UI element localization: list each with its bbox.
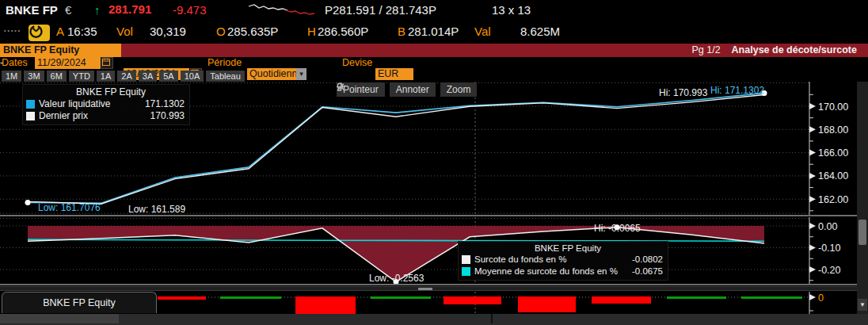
- security-tab[interactable]: BNKE FP Equity: [0, 44, 121, 57]
- panel-divider-1[interactable]: [0, 215, 857, 216]
- volume-value: 30,319: [150, 25, 186, 38]
- svg-text:-0.20: -0.20: [818, 265, 841, 276]
- flow-bar-red: [518, 296, 576, 312]
- range-button-1a[interactable]: 1A: [97, 71, 115, 82]
- range-button-1m[interactable]: 1M: [2, 71, 21, 82]
- vol-label: Vol: [116, 25, 133, 38]
- svg-text:162.00: 162.00: [818, 194, 848, 205]
- nav-series-label: Valeur liquidative: [39, 98, 111, 110]
- devise-input[interactable]: EUR: [375, 68, 413, 80]
- vertical-scrollbar[interactable]: ▼: [857, 82, 868, 314]
- svg-text:168.00: 168.00: [818, 124, 848, 136]
- legend-title: BNKE FP Equity: [26, 86, 185, 98]
- hi-annotation-premium: Hi: -0.0065: [594, 223, 641, 234]
- low-annotation-last: Low: 161.589: [128, 204, 185, 215]
- vertical-scrollbar-handle[interactable]: [858, 220, 866, 245]
- open-value: 285.635P: [227, 25, 278, 38]
- session-label: A: [56, 25, 64, 38]
- last-swatch-icon: [26, 112, 35, 120]
- flow-bar-red: [592, 296, 651, 304]
- nav-swatch-icon: [26, 100, 35, 109]
- svg-text:-0.10: -0.10: [818, 243, 841, 254]
- market-clock-icon[interactable]: [29, 25, 50, 41]
- price-change: -9.473: [173, 3, 207, 17]
- bid-label: B: [398, 25, 405, 38]
- hi-annotation-nav: Hi: 171.1302: [710, 85, 764, 96]
- session-time: 16:35: [67, 25, 97, 38]
- range-button-row: 1M3M6MYTD1A2A3A5A10ATableau: [2, 71, 245, 82]
- zoom-button-label: Zoom: [447, 84, 471, 95]
- horizontal-scrollbar[interactable]: [0, 286, 857, 291]
- range-button-3m[interactable]: 3M: [24, 71, 44, 82]
- traded-value: 8.625M: [520, 25, 560, 38]
- pointer-button-label: Pointeur: [343, 84, 379, 95]
- svg-text:166.00: 166.00: [818, 147, 848, 159]
- status-bar-left-segment: [0, 314, 119, 323]
- mean-swatch-icon: [462, 267, 470, 276]
- up-arrow-icon: ↑: [94, 3, 101, 17]
- period-dropdown-arrow-icon[interactable]: ▾: [296, 68, 306, 80]
- currency-symbol: €: [65, 3, 71, 17]
- legend-row-last: Dernier prix 170.993: [26, 110, 185, 122]
- range-button-3a[interactable]: 3A: [139, 71, 157, 82]
- premium-series-value: -0.0802: [624, 254, 663, 266]
- range-button-tableau[interactable]: Tableau: [206, 71, 245, 82]
- panel-divider-2[interactable]: [0, 284, 857, 285]
- ticker-symbol: BNKE FP: [6, 3, 58, 17]
- premium-series-label: Surcote du fonds en %: [474, 254, 566, 266]
- flow-bar-green: [371, 296, 431, 299]
- ticker-row: BNKE FP € ↑ 281.791 -9.473 P281.591 / 28…: [0, 3, 868, 22]
- horizontal-scrollbar-handle[interactable]: [418, 288, 432, 290]
- intraday-sparkline-icon: [248, 3, 319, 16]
- price-chart-panel: 170.00168.00166.00164.00162.00 Pointeur …: [0, 82, 868, 215]
- last-series-label: Dernier prix: [39, 110, 88, 122]
- flow-bar-red: [444, 296, 501, 304]
- last-price: 281.791: [108, 2, 151, 16]
- bottom-security-tab[interactable]: BNKE FP Equity: [2, 292, 157, 313]
- mean-series-label: Moyenne de surcote du fonds en %: [474, 266, 618, 277]
- premium-chart-legend: BNKE FP Equity Surcote du fonds en % -0.…: [458, 241, 668, 281]
- annotate-button[interactable]: Annoter: [390, 82, 436, 97]
- mean-series-value: -0.0675: [624, 266, 663, 277]
- flow-bar-green: [741, 296, 802, 299]
- low-annotation-premium: Low: -0.2563: [369, 273, 424, 284]
- function-title-bar: BNKE FP Equity Pg 1/2 Analyse de décote/…: [0, 44, 868, 57]
- status-bar: [0, 314, 868, 325]
- legend-title: BNKE FP Equity: [462, 243, 663, 253]
- date-start-input[interactable]: 11/29/2024: [35, 57, 101, 69]
- svg-text:0.00: 0.00: [818, 221, 837, 232]
- premium-swatch-icon: [462, 255, 470, 264]
- flow-bar-red: [158, 296, 206, 300]
- controls-row: Dates 11/29/2024 - 12/13/2024 Période Qu…: [0, 57, 868, 71]
- high-label: H: [307, 25, 316, 38]
- legend-row-nav: Valeur liquidative 171.1302: [26, 98, 185, 110]
- open-label: O: [216, 25, 226, 38]
- chart-toolbar: Pointeur Annoter Zoom: [337, 82, 477, 97]
- bloomberg-terminal-screen: BNKE FP € ↑ 281.791 -9.473 P281.591 / 28…: [0, 0, 868, 325]
- scroll-down-arrow-icon[interactable]: ▼: [858, 299, 867, 311]
- range-button-2a[interactable]: 2A: [117, 71, 135, 82]
- devise-label: Devise: [342, 57, 372, 68]
- page-indicator[interactable]: Pg 1/2: [691, 44, 720, 55]
- flow-bar-green: [667, 296, 726, 299]
- zoom-magnifier-icon: [337, 82, 345, 91]
- status-bar-divider: [491, 314, 493, 323]
- calendar-start-icon[interactable]: [101, 57, 113, 69]
- svg-text:170.00: 170.00: [818, 101, 848, 113]
- range-button-6m[interactable]: 6M: [47, 71, 67, 82]
- flow-bar-red: [295, 296, 356, 314]
- range-button-10a[interactable]: 10A: [181, 71, 204, 82]
- zoom-button[interactable]: Zoom: [440, 82, 478, 97]
- drag-dots-icon: •••••: [4, 28, 21, 33]
- range-button-5a[interactable]: 5A: [159, 71, 177, 82]
- low-annotation-nav: Low: 161.7076: [38, 202, 101, 213]
- bid-value: 281.014P: [408, 25, 459, 38]
- hi-annotation-last: Hi: 170.993: [659, 87, 707, 98]
- price-chart-legend: BNKE FP Equity Valeur liquidative 171.13…: [22, 84, 190, 125]
- premium-chart-panel: 0.00-0.10-0.20 BNKE FP Equity Surcote du…: [0, 217, 868, 284]
- period-select[interactable]: Quotidienn: [247, 68, 296, 80]
- svg-text:0: 0: [818, 292, 824, 304]
- range-button-ytd[interactable]: YTD: [69, 71, 94, 82]
- nav-series-value: 171.1302: [137, 98, 185, 110]
- premium-chart-plot[interactable]: 0.00-0.10-0.20: [0, 217, 857, 284]
